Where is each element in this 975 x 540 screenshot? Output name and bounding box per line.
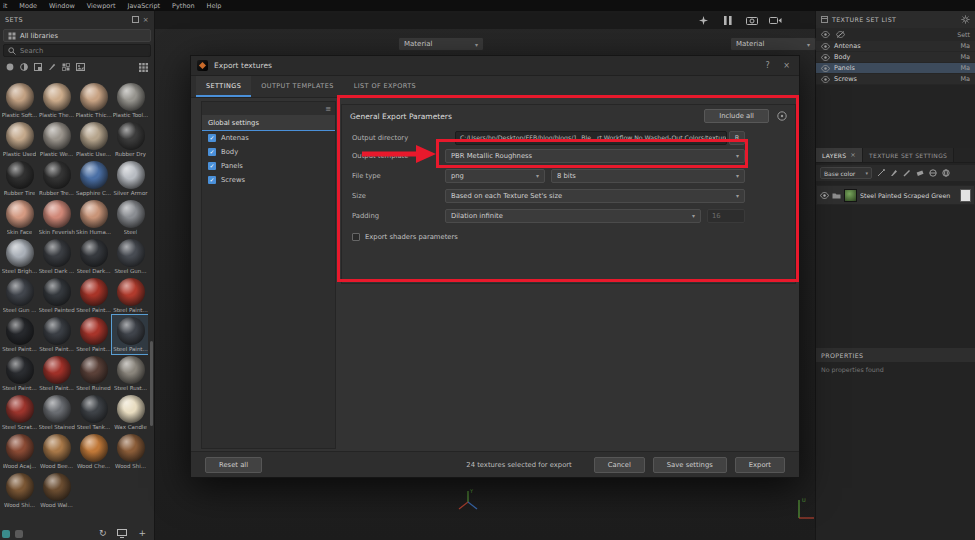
- browse-directory-button[interactable]: R: [729, 131, 745, 145]
- material-thumbnail[interactable]: Plastic We...: [38, 120, 75, 159]
- brushes-filter-icon[interactable]: [48, 63, 56, 71]
- material-thumbnail[interactable]: Wood Che...: [75, 432, 112, 471]
- tab-layers[interactable]: LAYERS ×: [816, 148, 863, 162]
- projection-icon[interactable]: [929, 169, 937, 177]
- shelf-search[interactable]: [3, 44, 151, 57]
- material-thumbnail[interactable]: Sapphire C...: [75, 159, 112, 198]
- material-thumbnail[interactable]: Steel: [112, 198, 148, 237]
- export-set-row[interactable]: ✓Body: [202, 145, 335, 159]
- material-thumbnail[interactable]: Plastic Use...: [75, 120, 112, 159]
- world-icon[interactable]: [942, 169, 950, 177]
- material-thumbnail[interactable]: Skin Feverish: [38, 198, 75, 237]
- layer-item[interactable]: Steel Painted Scraped Green: [816, 185, 975, 205]
- refresh-shelf-icon[interactable]: ↻: [99, 528, 107, 538]
- dialog-title-bar[interactable]: Export textures ? ×: [191, 56, 799, 76]
- material-thumbnail[interactable]: Plastic Thic...: [75, 81, 112, 120]
- material-thumbnail[interactable]: Wood Shi...: [112, 432, 148, 471]
- gear-icon[interactable]: [961, 15, 970, 24]
- menu-item-it[interactable]: it: [3, 2, 7, 10]
- viewport-quality-icon[interactable]: [2, 530, 10, 538]
- material-thumbnail[interactable]: Plastic The...: [38, 81, 75, 120]
- cancel-button[interactable]: Cancel: [594, 457, 645, 473]
- texture-set-checkbox[interactable]: ✓: [208, 134, 216, 142]
- undock-panel-icon[interactable]: [132, 16, 139, 23]
- material-thumbnail[interactable]: Silver Armor: [112, 159, 148, 198]
- bit-depth-dropdown[interactable]: 8 bits ▾: [551, 169, 745, 183]
- video-camera-icon[interactable]: [769, 15, 782, 26]
- close-dialog-icon[interactable]: ×: [780, 61, 793, 70]
- texture-set-row[interactable]: PanelsMa: [816, 63, 975, 74]
- material-thumbnail[interactable]: Steel Rust...: [112, 354, 148, 393]
- material-mode-dropdown[interactable]: Material ▾: [398, 37, 484, 51]
- material-mode-dropdown-2d[interactable]: Material ▾: [730, 37, 816, 51]
- material-thumbnail[interactable]: Plastic Used: [1, 120, 38, 159]
- material-thumbnail[interactable]: Skin Huma...: [75, 198, 112, 237]
- material-thumbnail[interactable]: Steel Gun ...: [1, 276, 38, 315]
- search-input[interactable]: [20, 47, 120, 55]
- menu-item-help[interactable]: Help: [207, 2, 222, 10]
- reset-all-button[interactable]: Reset all: [205, 457, 262, 473]
- close-panel-icon[interactable]: ×: [143, 16, 149, 24]
- shelf-scrollbar[interactable]: [150, 341, 153, 426]
- texture-set-row[interactable]: ScrewsMa: [816, 74, 975, 85]
- material-thumbnail[interactable]: Plastic Tool...: [112, 81, 148, 120]
- include-all-button[interactable]: Include all: [704, 109, 769, 123]
- list-options-icon[interactable]: ≡: [325, 105, 331, 113]
- material-thumbnail[interactable]: Wood Shi...: [1, 471, 38, 510]
- pause-engine-icon[interactable]: [721, 15, 734, 26]
- eye-icon[interactable]: [821, 31, 830, 38]
- info-icon[interactable]: [777, 111, 787, 121]
- padding-dropdown[interactable]: Dilation infinite ▾: [445, 209, 701, 223]
- export-button[interactable]: Export: [735, 457, 785, 473]
- alphas-filter-icon[interactable]: [62, 63, 70, 71]
- channel-dropdown[interactable]: Base color ▾: [820, 167, 872, 179]
- wand-icon[interactable]: [877, 169, 885, 177]
- material-thumbnail[interactable]: Steel Paint...: [112, 315, 148, 354]
- export-set-row[interactable]: ✓Panels: [202, 159, 335, 173]
- display-options-icon[interactable]: [139, 63, 148, 72]
- pencil-icon[interactable]: [903, 169, 911, 177]
- paint-brush-icon[interactable]: [890, 169, 898, 177]
- global-settings-item[interactable]: Global settings: [202, 115, 335, 131]
- output-template-dropdown[interactable]: PBR Metallic Roughness ▾: [445, 149, 745, 163]
- output-directory-field[interactable]: C:/Users/hp/Desktop/EFB/blog/blogs/1. Bl…: [455, 131, 727, 145]
- eye-off-icon[interactable]: [836, 31, 845, 38]
- smart-masks-filter-icon[interactable]: [34, 63, 42, 71]
- texture-set-row[interactable]: AntenasMa: [816, 41, 975, 52]
- material-thumbnail[interactable]: Steel Paint...: [1, 315, 38, 354]
- visibility-eye-icon[interactable]: [821, 54, 830, 61]
- save-settings-button[interactable]: Save settings: [653, 457, 727, 473]
- material-thumbnail[interactable]: Steel Paint...: [112, 276, 148, 315]
- export-set-row[interactable]: ✓Screws: [202, 173, 335, 187]
- material-thumbnail[interactable]: Rubber Tre...: [38, 159, 75, 198]
- menu-item-javascript[interactable]: JavaScript: [127, 2, 160, 10]
- size-dropdown[interactable]: Based on each Texture Set's size ▾: [445, 189, 745, 203]
- layer-mask-thumbnail[interactable]: [960, 189, 971, 202]
- material-thumbnail[interactable]: Steel Paint...: [75, 315, 112, 354]
- smart-materials-filter-icon[interactable]: [20, 63, 28, 71]
- file-type-dropdown[interactable]: png ▾: [445, 169, 545, 183]
- material-thumbnail[interactable]: Wood Acaj...: [1, 432, 38, 471]
- material-thumbnail[interactable]: Steel Paint...: [38, 354, 75, 393]
- library-dropdown[interactable]: All libraries: [3, 29, 151, 42]
- material-thumbnail[interactable]: Steel Dark ...: [38, 237, 75, 276]
- material-thumbnail[interactable]: Steel Scrat...: [1, 393, 38, 432]
- material-thumbnail[interactable]: Steel Stained: [38, 393, 75, 432]
- materials-filter-icon[interactable]: [6, 63, 14, 71]
- viewport-display-icon[interactable]: [15, 530, 23, 538]
- menu-item-window[interactable]: Window: [49, 2, 75, 10]
- texture-set-row[interactable]: BodyMa: [816, 52, 975, 63]
- textures-filter-icon[interactable]: [76, 63, 85, 71]
- add-asset-icon[interactable]: +: [138, 528, 146, 538]
- material-thumbnail[interactable]: Steel Painted: [38, 276, 75, 315]
- menu-item-viewport[interactable]: Viewport: [87, 2, 116, 10]
- material-thumbnail[interactable]: Steel Paint...: [38, 315, 75, 354]
- tab-settings[interactable]: SETTINGS: [196, 76, 251, 97]
- texture-set-checkbox[interactable]: ✓: [208, 162, 216, 170]
- material-thumbnail[interactable]: Skin Face: [1, 198, 38, 237]
- material-thumbnail[interactable]: Steel Paint...: [75, 276, 112, 315]
- help-icon[interactable]: ?: [761, 61, 774, 70]
- material-thumbnail[interactable]: Steel Paint...: [1, 354, 38, 393]
- menu-item-mode[interactable]: Mode: [19, 2, 37, 10]
- tab-list-of-exports[interactable]: LIST OF EXPORTS: [344, 76, 426, 97]
